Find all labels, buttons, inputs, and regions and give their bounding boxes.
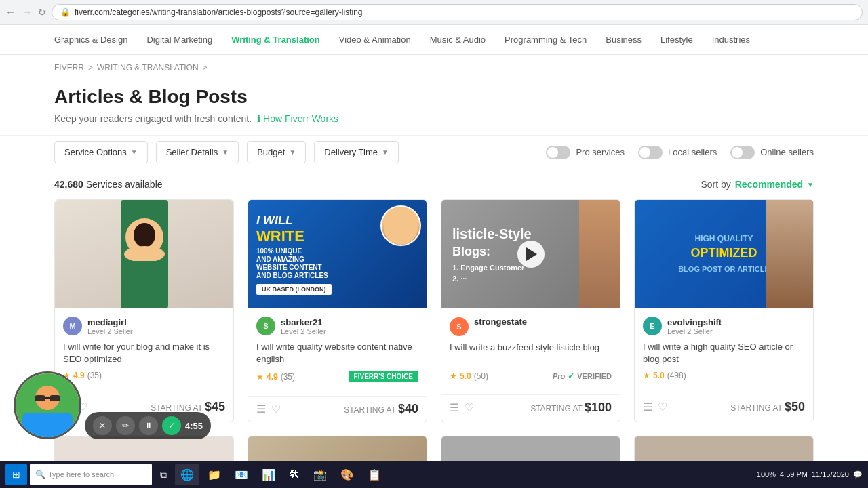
app-icon-6: 📋 (368, 468, 381, 481)
service-options-label: Service Options (64, 147, 127, 157)
list-icon-3[interactable]: ☰ (450, 401, 459, 414)
webcam-overlay (14, 371, 81, 439)
pro-services-toggle[interactable] (546, 146, 570, 159)
card-image-1 (55, 200, 233, 308)
delivery-time-label: Delivery Time (324, 147, 378, 157)
card-rating-3: ★ 5.0 (50) Pro ✓ VERIFIED (450, 371, 612, 381)
zoom-level: 100% (757, 470, 776, 479)
rating-count-3: (50) (474, 371, 488, 381)
lock-icon: 🔒 (60, 7, 71, 17)
pro-services-label: Pro services (576, 147, 625, 157)
how-fiverr-works-link[interactable]: ℹ How Fiverr Works (257, 113, 338, 124)
price-3: $100 (585, 401, 612, 414)
breadcrumb-root[interactable]: FIVERR (54, 63, 84, 73)
card-title-3: I will write a buzzfeed style listicle b… (450, 342, 612, 366)
chevron-down-icon-2: ▼ (222, 148, 229, 156)
nav-refresh[interactable]: ↻ (38, 7, 46, 18)
service-card-4[interactable]: HIGH QUALITY OPTIMIZED BLOG POST OR ARTI… (634, 199, 814, 422)
nav-writing[interactable]: Writing & Translation (231, 32, 320, 47)
service-card-1[interactable]: M mediagirl Level 2 Seller I will write … (54, 199, 234, 422)
sort-by-control[interactable]: Sort by Recommended ▼ (701, 179, 814, 190)
nav-back[interactable]: ← (5, 6, 16, 18)
nav-marketing[interactable]: Digital Marketing (146, 32, 212, 47)
recording-confirm-btn[interactable]: ✓ (162, 416, 181, 435)
filters-left: Service Options ▼ Seller Details ▼ Budge… (54, 141, 399, 163)
app-taskbar-6[interactable]: 📋 (362, 464, 387, 485)
rating-num-3: 5.0 (460, 371, 471, 381)
list-icon-4[interactable]: ☰ (643, 401, 652, 413)
chrome-taskbar-btn[interactable]: 🌐 (175, 464, 199, 485)
results-number: 42,680 (54, 179, 83, 190)
rating-count-1: (35) (87, 371, 102, 380)
results-count: 42,680 Services available (54, 179, 163, 190)
how-works-label: How Fiverr Works (263, 113, 338, 124)
nav-forward[interactable]: → (22, 6, 33, 18)
breadcrumb: FIVERR > WRITING & TRANSLATION > (0, 55, 868, 81)
online-sellers-toggle-group: Online sellers (730, 146, 814, 159)
breadcrumb-category[interactable]: WRITING & TRANSLATION (97, 63, 199, 73)
nav-programming[interactable]: Programming & Tech (505, 32, 587, 47)
svg-rect-7 (22, 413, 73, 437)
category-nav: Graphics & Design Digital Marketing Writ… (0, 25, 868, 55)
card4-person (766, 200, 813, 308)
info-icon: ℹ (257, 113, 260, 124)
nav-lifestyle[interactable]: Lifestyle (660, 32, 693, 47)
heart-icon-3[interactable]: ♡ (465, 401, 474, 414)
sort-by-label: Sort by (701, 179, 730, 190)
nav-video[interactable]: Video & Animation (339, 32, 411, 47)
seller-name-3: strongestate (474, 317, 527, 327)
heart-icon-4[interactable]: ♡ (658, 401, 667, 413)
verified-label: VERIFIED (577, 372, 612, 380)
seller-details-filter[interactable]: Seller Details ▼ (156, 141, 239, 163)
task-view-btn[interactable]: ⧉ (155, 464, 172, 485)
recording-pencil-btn[interactable]: ✏ (116, 416, 135, 435)
app-taskbar-3[interactable]: 🛠 (283, 464, 305, 485)
chevron-down-icon-5: ▼ (807, 181, 814, 188)
cards-grid: M mediagirl Level 2 Seller I will write … (0, 199, 868, 436)
subtitle-text: Keep your readers engaged with fresh con… (54, 113, 252, 124)
service-card-2[interactable]: I WILL WRITE 100% UNIQUE AND AMAZING WEB… (248, 199, 427, 422)
sort-value: Recommended (735, 179, 803, 190)
app-icon-3: 🛠 (289, 468, 300, 481)
top-nav: ← → ↻ 🔒 fiverr.com/categories/writing-tr… (0, 0, 868, 55)
nav-graphics[interactable]: Graphics & Design (54, 32, 127, 47)
svg-point-2 (134, 223, 155, 247)
app-taskbar-2[interactable]: 📊 (256, 464, 281, 485)
list-icon-2[interactable]: ☰ (256, 403, 266, 415)
folder-icon: 📁 (208, 468, 221, 481)
stars-2: ★ (256, 372, 264, 382)
chevron-down-icon: ▼ (131, 148, 138, 156)
nav-business[interactable]: Business (606, 32, 642, 47)
breadcrumb-sep2: > (203, 63, 208, 73)
seller-level-1: Level 2 Seller (87, 327, 133, 336)
app-taskbar-1[interactable]: 📧 (229, 464, 254, 485)
nav-industries[interactable]: Industries (712, 32, 750, 47)
recording-close-btn[interactable]: ✕ (93, 416, 112, 435)
search-icon: 🔍 (35, 470, 45, 479)
app-taskbar-5[interactable]: 🎨 (335, 464, 359, 485)
start-button[interactable]: ⊞ (5, 464, 27, 485)
search-bar-taskbar[interactable]: 🔍 Type here to search (30, 464, 152, 485)
recording-pause-btn[interactable]: ⏸ (139, 416, 158, 435)
taskbar-right: 100% 4:59 PM 11/15/2020 💬 (757, 470, 863, 479)
nav-music[interactable]: Music & Audio (430, 32, 486, 47)
explorer-taskbar-btn[interactable]: 📁 (202, 464, 226, 485)
fiverrs-choice-badge: FIVERR'S CHOICE (349, 371, 418, 382)
service-options-filter[interactable]: Service Options ▼ (54, 141, 148, 163)
budget-filter[interactable]: Budget ▼ (247, 141, 306, 163)
app-icon-2: 📊 (262, 468, 275, 481)
app-taskbar-4[interactable]: 📸 (308, 464, 332, 485)
notification-btn[interactable]: 💬 (853, 470, 863, 479)
card-body-2: S sbarker21 Level 2 Seller I will write … (248, 308, 427, 396)
heart-icon-2[interactable]: ♡ (271, 403, 281, 415)
online-sellers-toggle[interactable] (730, 146, 755, 159)
card-price-section-3: STARTING AT $100 (530, 401, 612, 415)
stars-3: ★ (450, 371, 457, 381)
service-card-3[interactable]: listicle-Style Blogs: 1. Engage Customer… (441, 199, 620, 422)
taskbar: ⊞ 🔍 Type here to search ⧉ 🌐 📁 📧 📊 🛠 📸 (0, 461, 868, 488)
local-sellers-toggle[interactable] (638, 146, 663, 159)
delivery-time-filter[interactable]: Delivery Time ▼ (314, 141, 399, 163)
play-button-3[interactable] (517, 241, 545, 268)
url-bar[interactable]: 🔒 fiverr.com/categories/writing-translat… (52, 4, 863, 20)
rating-count-4: (498) (667, 371, 686, 380)
